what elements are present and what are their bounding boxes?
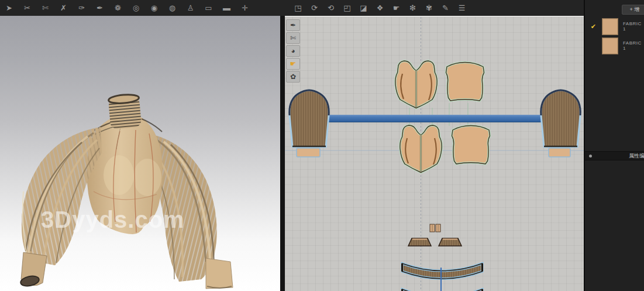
arrange-guide-bar[interactable]	[328, 115, 541, 122]
edit-pattern-tool-icon[interactable]: ✒	[286, 19, 300, 31]
pattern-small-tabs[interactable]	[430, 224, 440, 232]
rotate-ccw-tool-icon[interactable]: ⟲	[325, 2, 337, 14]
texture-flower-tool-icon[interactable]: ✾	[423, 2, 435, 14]
bust-highlight-right	[133, 159, 161, 196]
annotate-circle-tool-icon[interactable]: ◍	[166, 2, 178, 14]
trace-tool-icon[interactable]: ◕	[286, 45, 300, 57]
fabric-label: FABRIC 1	[623, 21, 644, 32]
pin-tool-icon[interactable]: ✿	[286, 71, 300, 83]
property-editor-header[interactable]: 属性编	[585, 151, 644, 160]
flatten-iron-tool-icon[interactable]: ◪	[357, 2, 370, 14]
garment-design-app: ➤ ✂ ✄ ✗ ✑ ✒ ❁ ◎ ◉ ◍ ♙ ▭ ▬ ✛ ◳ ⟳ ⟲ ◰ ◪ ❖ …	[0, 0, 644, 291]
mannequin-tool-icon[interactable]: ♙	[184, 2, 197, 14]
pattern-cuff-left[interactable]	[297, 148, 320, 157]
free-sewing-tool-icon[interactable]: ✒	[94, 2, 106, 14]
material-panel: + 增 ✔ FABRIC 1 ✔ FABRIC 1 属性编	[584, 0, 644, 291]
select-tool-icon[interactable]: ➤	[3, 2, 15, 14]
watermark: 3Dyyds.com	[41, 207, 185, 233]
collapse-dot-icon[interactable]	[589, 155, 592, 158]
pattern-back-bodice-bottom[interactable]	[452, 126, 490, 165]
fabric-list-item-2[interactable]: ✔ FABRIC 1	[585, 36, 644, 55]
pattern-cuff-right[interactable]	[549, 148, 570, 157]
garment-right-cuff[interactable]	[206, 258, 233, 289]
rotate-cw-tool-icon[interactable]: ⟳	[308, 2, 321, 14]
filled-circle-tool-icon[interactable]: ◉	[148, 2, 160, 14]
style-garment-tool-icon[interactable]: ❇	[407, 2, 419, 14]
pan-hand-tool-icon[interactable]: ☛	[286, 58, 300, 70]
drag-garment-tool-icon[interactable]: ☛	[390, 2, 402, 14]
main-toolbar: ➤ ✂ ✄ ✗ ✑ ✒ ❁ ◎ ◉ ◍ ♙ ▭ ▬ ✛ ◳ ⟳ ⟲ ◰ ◪ ❖ …	[0, 0, 644, 16]
pattern-scissors-tool-icon[interactable]: ✄	[39, 2, 51, 14]
2d-tool-column: ✒ ✄ ◕ ☛ ✿	[286, 19, 301, 83]
garment-left-cuff[interactable]	[20, 252, 47, 287]
property-editor-label: 属性编	[629, 152, 644, 160]
cross-cut-tool-icon[interactable]: ✗	[57, 2, 70, 14]
stitch-pen-tool-icon[interactable]: ✎	[439, 2, 452, 14]
viewport-3d[interactable]: 3Dyyds.com	[0, 16, 280, 291]
garment-3d-canvas[interactable]	[0, 16, 280, 291]
cut-pattern-tool-icon[interactable]: ✄	[286, 32, 300, 44]
pattern-front-bodice-top[interactable]	[395, 61, 437, 108]
reset-arrangement-tool-icon[interactable]: ◳	[292, 2, 304, 14]
pattern-collar-band[interactable]	[402, 263, 483, 279]
fabric-list-item-1[interactable]: ✔ FABRIC 1	[585, 17, 644, 36]
scissors-tool-icon[interactable]: ✂	[21, 2, 33, 14]
pattern-2d-canvas[interactable]	[285, 17, 584, 291]
grade-circle-tool-icon[interactable]: ◎	[130, 2, 142, 14]
toolbar-group-3d: ➤ ✂ ✄ ✗ ✑ ✒ ❁ ◎ ◉ ◍ ♙ ▭ ▬ ✛	[3, 2, 251, 14]
fabric-swatch[interactable]	[602, 18, 618, 35]
pattern-sleeve-left[interactable]	[290, 90, 329, 147]
arrange-board-tool-icon[interactable]: ◰	[341, 2, 353, 14]
pattern-front-bodice-bottom[interactable]	[400, 125, 442, 173]
pleats-tool-icon[interactable]: ❁	[112, 2, 124, 14]
sewing-tool-icon[interactable]: ✑	[75, 2, 88, 14]
seam-options-tool-icon[interactable]: ☰	[456, 2, 468, 14]
add-fabric-button[interactable]: + 增	[622, 5, 644, 15]
fabric-swatch[interactable]	[602, 37, 618, 54]
pattern-sleeve-right[interactable]	[541, 90, 580, 147]
viewport-2d[interactable]: ✒ ✄ ◕ ☛ ✿	[285, 16, 584, 291]
garment-tool-icon[interactable]: ❖	[374, 2, 386, 14]
viewport-separator[interactable]	[280, 16, 285, 291]
toolbar-group-2d: ◳ ⟳ ⟲ ◰ ◪ ❖ ☛ ❇ ✾ ✎ ☰	[292, 2, 468, 14]
garment-neck-band[interactable]	[108, 94, 142, 129]
pattern-back-bodice-top[interactable]	[446, 63, 484, 101]
move-tool-icon[interactable]: ✛	[239, 2, 251, 14]
edit-tape-tool-icon[interactable]: ▬	[221, 2, 233, 14]
tape-tool-icon[interactable]: ▭	[202, 2, 215, 14]
fabric-label: FABRIC 1	[623, 40, 644, 51]
bust-highlight-left	[104, 155, 134, 195]
check-icon: ✔	[585, 23, 602, 30]
